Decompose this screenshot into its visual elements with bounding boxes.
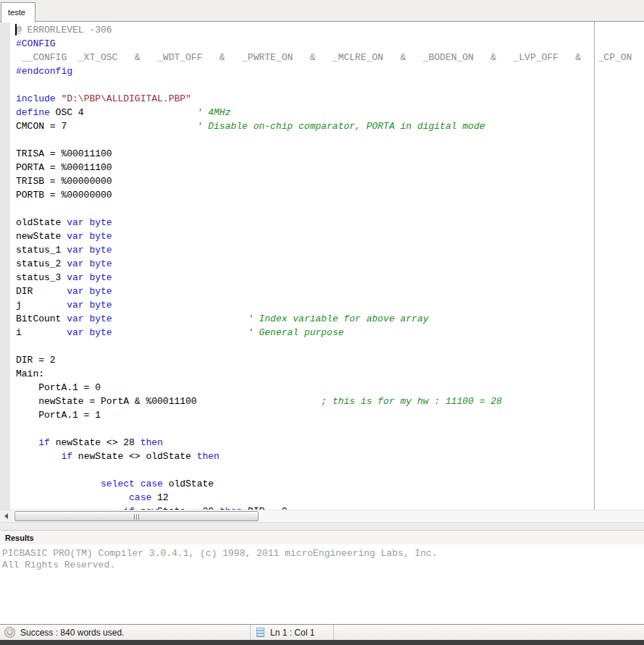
code-line: select case oldState xyxy=(16,477,632,491)
tab-teste[interactable]: teste xyxy=(1,2,35,22)
scroll-left-arrow-icon xyxy=(4,513,8,519)
code-line: if newState = 20 then DIR = 0 xyxy=(16,505,632,510)
code-line: oldState var byte xyxy=(16,216,632,229)
code-line xyxy=(16,422,632,436)
code-line: DIR var byte xyxy=(16,284,632,298)
panel-splitter[interactable] xyxy=(0,522,644,530)
code-line: __CONFIG _XT_OSC & _WDT_OFF & _PWRTE_ON … xyxy=(16,51,632,64)
code-line: status_2 var byte xyxy=(16,257,632,271)
code-line xyxy=(16,463,632,477)
status-section-compile: Success : 840 words used. xyxy=(0,625,250,640)
status-bar: Success : 840 words used. Ln 1 : Col 1 xyxy=(0,624,644,640)
code-line: status_1 var byte xyxy=(16,243,632,257)
text-caret xyxy=(15,24,17,35)
window-bottom-edge xyxy=(0,640,644,645)
code-line: j var byte xyxy=(16,298,632,312)
results-line: All Rights Reserved. xyxy=(2,560,644,571)
code-line: PORTB = %00000000 xyxy=(16,188,632,202)
status-section-position: Ln 1 : Col 1 xyxy=(250,625,333,640)
document-icon xyxy=(256,628,264,637)
code-line: newState var byte xyxy=(16,229,632,243)
code-line: if newState <> 28 then xyxy=(16,436,632,450)
code-line: PortA.1 = 1 xyxy=(16,408,632,422)
code-line: #CONFIG xyxy=(16,37,632,51)
code-line: TRISB = %00000000 xyxy=(16,174,632,188)
tab-label: teste xyxy=(1,3,35,17)
results-panel-title: Results xyxy=(0,531,644,542)
code-line: status_3 var byte xyxy=(16,271,632,284)
scrollbar-thumb[interactable] xyxy=(14,511,259,521)
code-area: @ ERRORLEVEL -306#CONFIG __CONFIG _XT_OS… xyxy=(16,23,632,510)
scrollbar-grip-icon xyxy=(134,514,140,520)
code-line xyxy=(16,133,632,147)
editor-gutter xyxy=(0,22,10,510)
code-line: BitCount var byte ' Index variable for a… xyxy=(16,312,632,326)
compile-status-icon xyxy=(4,627,15,638)
horizontal-scrollbar[interactable] xyxy=(0,510,644,522)
code-line: PORTA = %00011100 xyxy=(16,161,632,174)
line-col-indicator: Ln 1 : Col 1 xyxy=(270,628,314,638)
status-section-empty xyxy=(333,625,644,640)
code-line xyxy=(16,78,632,92)
code-line xyxy=(16,340,632,353)
code-line: Main: xyxy=(16,367,632,381)
code-line: case 12 xyxy=(16,491,632,505)
results-output: PICBASIC PRO(TM) Compiler 3.0.4.1, (c) 1… xyxy=(0,544,644,571)
code-line: CMCON = 7 ' Disable on-chip comparator, … xyxy=(16,119,632,133)
code-editor[interactable]: @ ERRORLEVEL -306#CONFIG __CONFIG _XT_OS… xyxy=(0,22,644,510)
code-line: i var byte ' General purpose xyxy=(16,326,632,340)
scroll-left-button[interactable] xyxy=(0,510,13,522)
code-line: PortA.1 = 0 xyxy=(16,381,632,395)
code-line: if newState <> oldState then xyxy=(16,450,632,463)
code-line: define OSC 4 ' 4MHz xyxy=(16,106,632,119)
results-panel: PICBASIC PRO(TM) Compiler 3.0.4.1, (c) 1… xyxy=(0,544,644,624)
ide-window: teste @ ERRORLEVEL -306#CONFIG __CONFIG … xyxy=(0,0,644,645)
code-line xyxy=(16,202,632,216)
tab-bar: teste xyxy=(0,0,644,22)
code-line: include "D:\PBP\ALLDIGITAL.PBP" xyxy=(16,92,632,106)
play-glyph-icon xyxy=(9,630,12,634)
code-line: TRISA = %00011100 xyxy=(16,147,632,161)
code-line: DIR = 2 xyxy=(16,353,632,367)
code-line: newState = PortA & %00011100 ; this is f… xyxy=(16,395,632,408)
results-panel-header: Results xyxy=(0,530,644,544)
code-line: #endconfig xyxy=(16,64,632,78)
compile-status-text: Success : 840 words used. xyxy=(20,628,124,638)
code-line: @ ERRORLEVEL -306 xyxy=(16,23,632,37)
results-line: PICBASIC PRO(TM) Compiler 3.0.4.1, (c) 1… xyxy=(2,548,644,560)
